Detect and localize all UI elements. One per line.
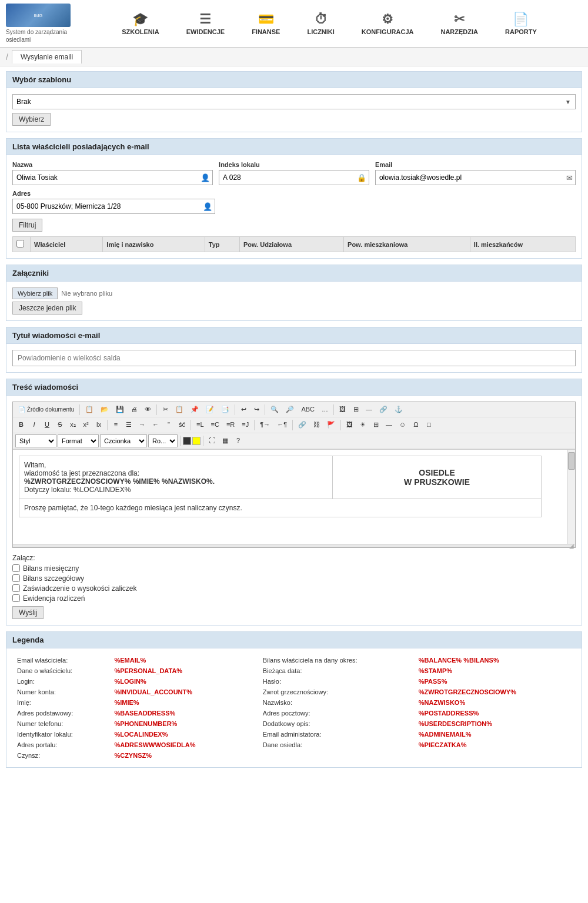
paste-word-button[interactable]: 📑 [218, 403, 232, 416]
find-button[interactable]: 🔍 [268, 403, 282, 416]
filter-button[interactable]: Filtruj [12, 219, 42, 232]
editor-lokal: Dotyczy lokalu: %LOCALINDEX% [24, 486, 328, 494]
table2-button[interactable]: ⊞ [370, 419, 382, 431]
save-button[interactable]: 💾 [113, 403, 127, 416]
size-select[interactable]: Ro... [148, 434, 178, 447]
toolbar-row3: Styl Format Czcionka Ro... [13, 433, 575, 449]
maximize-button[interactable]: ⛶ [206, 434, 218, 447]
replace-button[interactable]: 🔎 [283, 403, 297, 416]
style-select[interactable]: Styl [15, 434, 56, 447]
check-bilans-szczegolowy-input[interactable] [12, 574, 20, 582]
check-zaswiadczenie-input[interactable] [12, 584, 20, 592]
lang-button[interactable]: ść [176, 419, 188, 431]
link2-button[interactable]: 🔗 [295, 419, 309, 431]
strikethrough-button[interactable]: S [54, 419, 66, 431]
legend-row-5: Adres podstawowy: %BASEADDRESS% Adres po… [14, 708, 574, 718]
editor-resize-handle[interactable]: ◢ [13, 544, 575, 547]
paste-text-button[interactable]: 📝 [203, 403, 217, 416]
legend-key-1: Dane o właścicielu: [14, 666, 109, 675]
smiley-button[interactable]: ☺ [396, 419, 409, 431]
flash-button[interactable]: ☀ [357, 419, 369, 431]
special-button[interactable]: Ω [410, 419, 422, 431]
bg-color-btn[interactable] [192, 437, 201, 445]
spellcheck-button[interactable]: ABC [298, 403, 318, 416]
blockquote-button[interactable]: " [163, 419, 175, 431]
check-ewidencja-input[interactable] [12, 594, 20, 602]
help-button[interactable]: ? [232, 434, 244, 447]
nav-ewidencje[interactable]: ☰ EWIDENCJE [182, 9, 229, 38]
template-section-body: Brak Wybierz [6, 88, 582, 132]
preview-button[interactable]: 👁 [142, 403, 154, 416]
nav-raporty[interactable]: 📄 RAPORTY [500, 9, 542, 38]
template-choose-button[interactable]: Wybierz [12, 113, 51, 126]
choose-file-button[interactable]: Wybierz plik [12, 287, 58, 299]
check-zaswiadczenie: Zaświadczenie o wysokości zaliczek [12, 584, 576, 593]
link-button[interactable]: 🔗 [376, 403, 390, 416]
align-center-button[interactable]: ≡C [208, 419, 222, 431]
hline2-button[interactable]: — [383, 419, 395, 431]
owners-name-input[interactable] [12, 170, 213, 185]
outdent-button[interactable]: ← [149, 419, 162, 431]
paste-button[interactable]: 📌 [188, 403, 202, 416]
iframe-button[interactable]: □ [423, 419, 435, 431]
owners-section-header: Lista właścicieli posiadających e-mail [6, 139, 582, 155]
hline-button[interactable]: — [363, 403, 375, 416]
legend-mid-key-7: Email administatora: [259, 730, 414, 739]
narzedzia-icon: ✂ [454, 12, 465, 27]
more-button[interactable]: … [319, 403, 331, 416]
nav-liczniki[interactable]: ⏱ LICZNIKI [302, 9, 339, 38]
owners-adres-input[interactable] [12, 199, 215, 214]
subscript-button[interactable]: x₂ [67, 419, 79, 431]
new-doc-button[interactable]: 📋 [82, 403, 96, 416]
subject-input[interactable] [12, 350, 576, 366]
legend-mid-val-1: %STAMP% [415, 666, 574, 675]
font-color-btn[interactable] [183, 437, 191, 445]
font-select[interactable]: Czcionka [100, 434, 147, 447]
superscript-button[interactable]: x² [80, 419, 92, 431]
img2-button[interactable]: 🖼 [343, 419, 356, 431]
ol-button[interactable]: ≡ [110, 419, 122, 431]
check-bilans-miesięczny-input[interactable] [12, 564, 20, 572]
align-left-button[interactable]: ≡L [193, 419, 207, 431]
template-select[interactable]: Brak [12, 94, 576, 109]
add-another-button[interactable]: Jeszcze jeden plik [12, 302, 82, 315]
anchor-button[interactable]: ⚓ [392, 403, 406, 416]
editor-scrollbar[interactable] [567, 450, 575, 544]
show-blocks-button[interactable]: ▦ [219, 434, 231, 447]
bold-button[interactable]: B [15, 419, 27, 431]
flag-button[interactable]: 🚩 [324, 419, 338, 431]
editor-body[interactable]: Witam, wiadomość ta jest przeznaczona dl… [13, 450, 575, 544]
indent-button[interactable]: → [136, 419, 148, 431]
align-right-button[interactable]: ≡R [223, 419, 238, 431]
rtl-button[interactable]: ←¶ [274, 419, 290, 431]
owners-index-input[interactable] [219, 170, 369, 185]
nav-konfiguracja[interactable]: ⚙ KONFIGURACJA [357, 9, 419, 38]
legend-val-9: %CZYNSZ% [111, 751, 245, 760]
align-justify-button[interactable]: ≡J [239, 419, 252, 431]
redo-button[interactable]: ↪ [250, 403, 262, 416]
cut-button[interactable]: ✂ [159, 403, 171, 416]
underline-button[interactable]: U [41, 419, 53, 431]
nav-narzedzia[interactable]: ✂ NARZĘDZIA [436, 9, 483, 38]
print-button[interactable]: 🖨 [128, 403, 141, 416]
editor-notice-text: Proszę pamiętać, że 10-tego każdego mies… [24, 504, 242, 512]
ul-button[interactable]: ☰ [123, 419, 135, 431]
nav-finanse[interactable]: 💳 FINANSE [247, 9, 285, 38]
table-button[interactable]: ⊞ [350, 403, 362, 416]
format-select[interactable]: Format [58, 434, 99, 447]
italic-button[interactable]: I [28, 419, 40, 431]
breadcrumb-tab[interactable]: Wysyłanie emaili [12, 50, 82, 63]
undo-button[interactable]: ↩ [238, 403, 249, 416]
img-button[interactable]: 🖼 [336, 403, 349, 416]
copy-button[interactable]: 📋 [172, 403, 186, 416]
owners-email-input[interactable] [375, 170, 576, 185]
filter-row: Filtruj [12, 219, 576, 232]
ltr-button[interactable]: ¶→ [257, 419, 273, 431]
send-button[interactable]: Wyślij [12, 606, 44, 619]
source-button[interactable]: 📄 Źródło dokumentu [15, 404, 77, 416]
unlink-button[interactable]: ⛓ [310, 419, 323, 431]
open-button[interactable]: 📂 [98, 403, 112, 416]
nav-szkolenia[interactable]: 🎓 SZKOLENIA [117, 9, 164, 38]
select-all-checkbox[interactable] [16, 240, 24, 248]
removeformat-button[interactable]: Ix [93, 419, 105, 431]
